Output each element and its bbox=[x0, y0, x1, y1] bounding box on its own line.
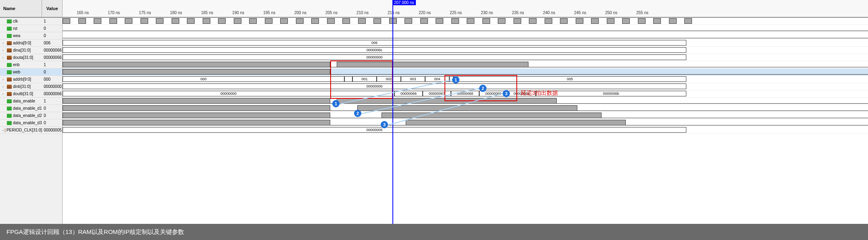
bus-segment: 0000006b bbox=[536, 91, 686, 96]
signal-name-label: douta[31:0] bbox=[13, 55, 33, 60]
wire-icon bbox=[7, 99, 12, 103]
waveform-area[interactable]: 165 ns170 ns175 ns180 ns185 ns190 ns195 … bbox=[63, 0, 868, 224]
clk-pulse bbox=[622, 18, 630, 24]
signal-row[interactable]: clk1 bbox=[0, 18, 62, 25]
signal-name-cell[interactable]: clk bbox=[0, 19, 42, 23]
annotation-circle: 2 bbox=[479, 85, 486, 92]
annotation-circle: 2 bbox=[354, 110, 361, 117]
time-ruler[interactable]: 165 ns170 ns175 ns180 ns185 ns190 ns195 … bbox=[63, 0, 868, 18]
clk-pulse bbox=[576, 18, 583, 24]
time-tick: 220 ns bbox=[419, 10, 431, 15]
clk-pulse bbox=[560, 18, 568, 24]
signal-row[interactable]: ›douta[31:0]00000066 bbox=[0, 54, 62, 61]
expand-icon[interactable]: › bbox=[2, 48, 6, 52]
expand-icon[interactable]: › bbox=[2, 85, 6, 89]
signal-value-cell: 0 bbox=[42, 70, 62, 74]
wave-row[interactable]: 0000006c bbox=[63, 47, 868, 54]
signal-name-label: clk bbox=[13, 19, 18, 23]
signal-row[interactable]: data_enable_d10 bbox=[0, 105, 62, 112]
time-tick: 205 ns bbox=[325, 10, 338, 15]
clk-pulse bbox=[249, 18, 257, 24]
signal-name-cell[interactable]: data_enable_d2 bbox=[0, 113, 42, 118]
clk-pulse bbox=[498, 18, 505, 24]
wire-icon bbox=[7, 106, 12, 111]
wave-row[interactable] bbox=[63, 112, 868, 119]
expand-icon[interactable]: › bbox=[2, 92, 6, 96]
bit-high bbox=[63, 62, 330, 67]
time-tick: 190 ns bbox=[232, 10, 244, 15]
signal-row[interactable]: wea0 bbox=[0, 32, 62, 40]
wave-row[interactable] bbox=[63, 61, 868, 69]
signal-row[interactable]: data_enable_d20 bbox=[0, 112, 62, 119]
clk-pulse bbox=[203, 18, 210, 24]
time-tick: 175 ns bbox=[139, 10, 151, 15]
signal-name-cell[interactable]: web bbox=[0, 70, 42, 74]
annotation-circle: 1 bbox=[332, 100, 340, 107]
wave-row[interactable] bbox=[63, 25, 868, 32]
wave-row[interactable] bbox=[63, 119, 868, 127]
signal-name-label: addrb[9:0] bbox=[13, 77, 31, 81]
signal-row[interactable]: ›addra[9:0]006 bbox=[0, 40, 62, 47]
bit-high bbox=[357, 105, 577, 111]
clk-pulse bbox=[591, 18, 599, 24]
time-cursor[interactable] bbox=[392, 0, 393, 224]
footer-caption: FPGA逻辑设计回顾（13）RAM以及ROM的IP核定制以及关键参数 bbox=[0, 224, 868, 240]
signal-name-cell[interactable]: data_enable_d3 bbox=[0, 121, 42, 125]
signal-name-cell[interactable]: ›douta[31:0] bbox=[0, 55, 42, 60]
signal-value-cell: 00000005 bbox=[42, 128, 62, 132]
expand-icon[interactable]: › bbox=[2, 41, 6, 45]
signal-name-cell[interactable]: ›doutb[31:0] bbox=[0, 92, 42, 96]
signal-row[interactable]: ›dina[31:0]00000066 bbox=[0, 47, 62, 54]
expand-icon[interactable]: › bbox=[2, 77, 6, 81]
time-tick: 195 ns bbox=[263, 10, 275, 15]
signal-row[interactable]: ›PERIOD_CLK[31:0]00000005 bbox=[0, 127, 62, 134]
wave-row[interactable]: 006 bbox=[63, 40, 868, 47]
signal-row[interactable]: rst0 bbox=[0, 25, 62, 32]
wire-icon bbox=[7, 34, 12, 38]
wave-row[interactable]: 00000000 bbox=[63, 54, 868, 61]
wire-icon bbox=[7, 70, 12, 74]
signal-name-cell[interactable]: ›dina[31:0] bbox=[0, 48, 42, 52]
signal-name-cell[interactable]: ›PERIOD_CLK[31:0] bbox=[0, 128, 42, 132]
time-tick: 185 ns bbox=[201, 10, 213, 15]
signal-row[interactable]: data_enable_d30 bbox=[0, 119, 62, 127]
clk-pulse bbox=[529, 18, 537, 24]
clk-pulse bbox=[109, 18, 117, 24]
signal-name-cell[interactable]: enb bbox=[0, 63, 42, 67]
signal-value-cell: 006 bbox=[42, 41, 62, 45]
clk-pulse bbox=[545, 18, 552, 24]
time-tick: 210 ns bbox=[356, 10, 369, 15]
wire-icon bbox=[7, 63, 12, 67]
wave-row[interactable] bbox=[63, 105, 868, 112]
wave-row[interactable] bbox=[63, 18, 868, 25]
bus-segment: 003 bbox=[401, 76, 425, 82]
signal-row[interactable]: enb1 bbox=[0, 61, 62, 69]
signal-name-cell[interactable]: ›addra[9:0] bbox=[0, 41, 42, 45]
annotation-circle: 3 bbox=[503, 90, 510, 97]
wave-row[interactable]: 00000005 bbox=[63, 127, 868, 134]
signal-name-cell[interactable]: rst bbox=[0, 26, 42, 31]
value-column-header[interactable]: Value bbox=[42, 0, 62, 17]
signal-row[interactable]: data_enable1 bbox=[0, 98, 62, 105]
signal-name-cell[interactable]: ›dinb[31:0] bbox=[0, 84, 42, 89]
signal-name-label: rst bbox=[13, 26, 17, 31]
signal-name-cell[interactable]: ›addrb[9:0] bbox=[0, 77, 42, 81]
signal-row[interactable]: ›dinb[31:0]00000000 bbox=[0, 83, 62, 90]
name-column-header[interactable]: Name bbox=[0, 0, 42, 17]
wave-row[interactable] bbox=[63, 32, 868, 40]
bit-high bbox=[63, 120, 330, 125]
signal-row[interactable]: ›addrb[9:0]000 bbox=[0, 76, 62, 83]
signal-name-cell[interactable]: data_enable_d1 bbox=[0, 106, 42, 111]
signal-value-cell: 1 bbox=[42, 99, 62, 103]
expand-icon[interactable]: › bbox=[2, 128, 4, 132]
clk-pulse bbox=[218, 18, 226, 24]
expand-icon[interactable]: › bbox=[2, 56, 6, 60]
time-tick: 215 ns bbox=[388, 10, 400, 15]
signal-name-cell[interactable]: data_enable bbox=[0, 99, 42, 103]
signal-row[interactable]: ›doutb[31:0]00000066 bbox=[0, 90, 62, 98]
clk-pulse bbox=[280, 18, 288, 24]
signal-row[interactable]: web0 bbox=[0, 69, 62, 76]
time-tick: 255 ns bbox=[636, 10, 648, 15]
signal-name-cell[interactable]: wea bbox=[0, 33, 42, 38]
signal-name-label: data_enable_d3 bbox=[13, 121, 42, 125]
